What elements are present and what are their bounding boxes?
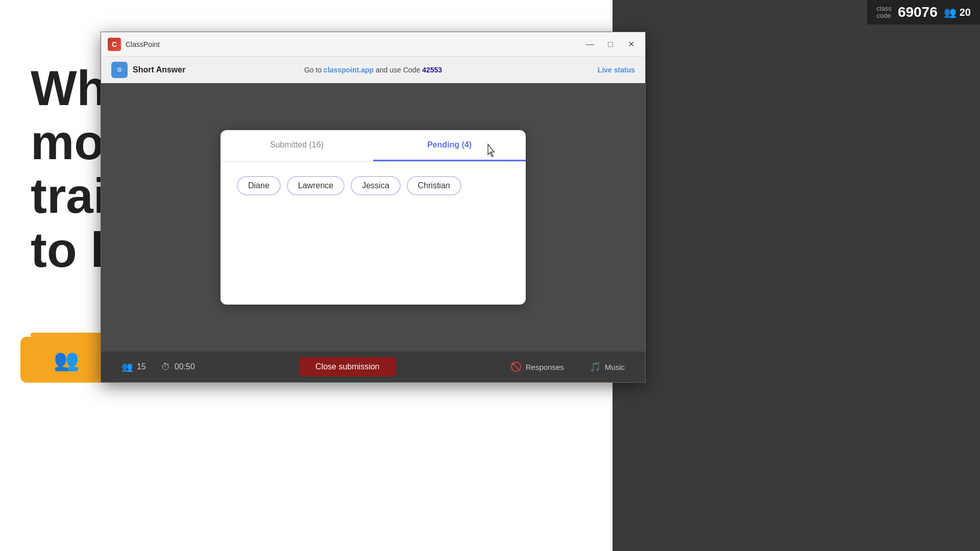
main-window: C ClassPoint — □ ✕ ≡ Short Answer Go to … bbox=[101, 32, 646, 383]
title-bar: C ClassPoint — □ ✕ bbox=[101, 32, 645, 57]
toolbar-left: ≡ Short Answer bbox=[111, 62, 213, 78]
student-chip-christian: Christian bbox=[407, 176, 461, 195]
modal-tabs: Submitted (16) Pending (4) bbox=[220, 130, 526, 162]
tab-pending[interactable]: Pending (4) bbox=[373, 130, 526, 161]
student-chips-container: Diane Lawrence Jessica Christian bbox=[237, 176, 509, 195]
class-label-line2: code bbox=[876, 12, 892, 19]
class-code-text: 42553 bbox=[422, 66, 442, 74]
music-button[interactable]: 🎵 Music bbox=[590, 361, 625, 372]
students-badge-count: 20 bbox=[960, 7, 971, 18]
people-icon: 👥 bbox=[121, 361, 133, 372]
short-answer-icon: ≡ bbox=[111, 62, 128, 78]
timer-value: 00:50 bbox=[175, 362, 195, 371]
app-logo: C bbox=[107, 37, 121, 52]
responses-button[interactable]: 🚫 Responses bbox=[510, 361, 564, 372]
responses-icon: 🚫 bbox=[510, 361, 522, 372]
toolbar: ≡ Short Answer Go to classpoint.app and … bbox=[101, 57, 645, 83]
student-chip-lawrence: Lawrence bbox=[287, 176, 345, 195]
tab-submitted[interactable]: Submitted (16) bbox=[220, 130, 373, 161]
logo-letter: C bbox=[112, 40, 117, 48]
and-use-code-text: and use Code bbox=[374, 66, 422, 74]
student-count-stat: 👥 15 bbox=[121, 361, 146, 372]
class-label-line1: class bbox=[876, 5, 892, 12]
window-controls: — □ ✕ bbox=[582, 37, 639, 52]
toolbar-right: Live status bbox=[533, 65, 635, 74]
class-code-badge: class code 69076 👥 20 bbox=[867, 0, 980, 24]
slide-button[interactable]: 👥 bbox=[20, 337, 112, 383]
student-chip-diane: Diane bbox=[237, 176, 281, 195]
maximize-button[interactable]: □ bbox=[602, 37, 619, 52]
student-count-value: 15 bbox=[137, 362, 146, 371]
timer-stat: ⏱ 00:50 bbox=[161, 362, 195, 372]
bottom-bar: 👥 15 ⏱ 00:50 Close submission 🚫 Response… bbox=[101, 352, 645, 382]
close-window-button[interactable]: ✕ bbox=[623, 37, 639, 52]
minimize-button[interactable]: — bbox=[582, 37, 598, 52]
timer-icon: ⏱ bbox=[161, 362, 170, 372]
toolbar-center: Go to classpoint.app and use Code 42553 bbox=[213, 66, 533, 74]
live-status-button[interactable]: Live status bbox=[598, 66, 635, 74]
class-code-number: 69076 bbox=[898, 4, 938, 20]
class-code-label: class code bbox=[876, 5, 892, 20]
modal-body: Diane Lawrence Jessica Christian bbox=[220, 162, 526, 305]
app-title: ClassPoint bbox=[126, 40, 582, 48]
music-icon: 🎵 bbox=[590, 361, 601, 372]
modal-dialog: Submitted (16) Pending (4) Diane Lawrenc… bbox=[220, 130, 526, 305]
section-icon: ≡ bbox=[117, 65, 121, 74]
classpoint-link[interactable]: classpoint.app bbox=[324, 66, 374, 74]
toolbar-title: Short Answer bbox=[133, 65, 185, 74]
go-to-text: Go to bbox=[304, 66, 324, 74]
music-label: Music bbox=[605, 363, 625, 371]
student-chip-jessica: Jessica bbox=[351, 176, 400, 195]
responses-label: Responses bbox=[526, 363, 564, 371]
close-submission-button[interactable]: Close submission bbox=[299, 357, 396, 377]
classpoint-logo-icon: C bbox=[108, 38, 121, 51]
students-icon: 👥 bbox=[54, 348, 79, 372]
students-badge-icon: 👥 bbox=[944, 6, 957, 18]
content-area: Submitted (16) Pending (4) Diane Lawrenc… bbox=[101, 83, 645, 352]
student-count-badge: 👥 20 bbox=[944, 6, 971, 18]
